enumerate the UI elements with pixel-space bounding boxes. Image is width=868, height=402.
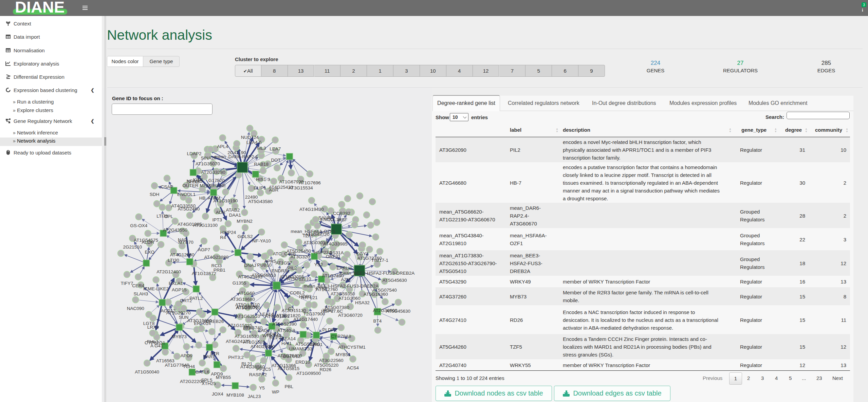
svg-text:BT4: BT4 <box>373 318 382 324</box>
svg-text:RASPA2: RASPA2 <box>249 372 267 377</box>
svg-text:WP: WP <box>272 389 279 395</box>
svg-text:JAL23: JAL23 <box>248 394 261 399</box>
svg-text:RAB18: RAB18 <box>254 162 269 167</box>
svg-text:AT4G31351: AT4G31351 <box>265 314 290 319</box>
svg-text:ALTG5815: ALTG5815 <box>278 366 299 371</box>
svg-text:Y5: Y5 <box>259 385 265 390</box>
svg-text:AT4G33985: AT4G33985 <box>323 241 348 246</box>
svg-text:AT5G43580: AT5G43580 <box>248 199 273 204</box>
svg-text:AT5G05220: AT5G05220 <box>314 363 338 368</box>
svg-text:mean_BEE3-HSFA2-FUS3-DREB2A: mean_BEE3-HSFA2-FUS3-DREB2A <box>340 271 415 276</box>
svg-text:AGP7: AGP7 <box>198 247 210 252</box>
svg-text:AGP12: AGP12 <box>161 308 176 313</box>
svg-text:ATRM: ATRM <box>208 196 220 201</box>
svg-text:LRX3: LRX3 <box>147 325 159 330</box>
svg-text:TIM17-1: TIM17-1 <box>371 258 388 263</box>
svg-text:G1355: G1355 <box>233 280 246 286</box>
svg-text:ADR: ADR <box>216 210 226 215</box>
svg-text:AT2G22200: AT2G22200 <box>180 379 204 384</box>
svg-text:RD26: RD26 <box>319 367 331 372</box>
svg-text:AT4G01985: AT4G01985 <box>178 222 202 227</box>
svg-text:AT4G23880: AT4G23880 <box>204 255 228 260</box>
svg-text:PRB1: PRB1 <box>214 268 225 273</box>
svg-text:EXLA1: EXLA1 <box>169 281 183 286</box>
svg-text:AT1G57: AT1G57 <box>276 260 292 266</box>
svg-text:GATL6: GATL6 <box>195 369 209 374</box>
svg-text:AT4G38560: AT4G38560 <box>240 364 265 369</box>
svg-text:LEA7: LEA7 <box>270 146 281 151</box>
svg-text:SUN: SUN <box>179 315 189 320</box>
svg-text:AT3G19680: AT3G19680 <box>187 318 212 323</box>
svg-text:PIL2: PIL2 <box>288 266 297 271</box>
svg-text:AT5G16360: AT5G16360 <box>364 292 388 297</box>
svg-text:HSF: HSF <box>338 217 347 222</box>
svg-text:HB: HB <box>199 196 206 201</box>
svg-text:JOX4: JOX4 <box>212 391 223 397</box>
svg-text:EXO: EXO <box>145 250 154 255</box>
svg-text:SRG1: SRG1 <box>310 342 323 347</box>
svg-text:PHT3;2: PHT3;2 <box>228 355 244 360</box>
svg-text:NF-YA10: NF-YA10 <box>252 238 271 243</box>
svg-text:AT4G19430: AT4G19430 <box>299 207 324 212</box>
svg-text:DOT: DOT <box>271 158 281 163</box>
svg-text:CYP78A8: CYP78A8 <box>331 334 351 339</box>
svg-text:CSAP: CSAP <box>161 184 173 189</box>
svg-text:DAA1: DAA1 <box>229 213 241 218</box>
svg-text:AT1G77640: AT1G77640 <box>165 363 189 368</box>
svg-text:PHI-1: PHI-1 <box>147 339 159 344</box>
svg-text:AT5G55710: AT5G55710 <box>236 305 260 310</box>
svg-text:AT1G60: AT1G60 <box>238 291 255 296</box>
svg-text:HSA32: HSA32 <box>355 300 370 305</box>
svg-text:LDAP2: LDAP2 <box>187 151 202 156</box>
svg-text:2G21510: 2G21510 <box>123 244 142 250</box>
svg-text:AT2G33280: AT2G33280 <box>201 170 225 175</box>
svg-text:AT5G52390: AT5G52390 <box>272 322 297 327</box>
svg-text:AZI3: AZI3 <box>341 277 351 282</box>
svg-text:AT1G35070: AT1G35070 <box>196 161 220 166</box>
svg-text:AT4G33550: AT4G33550 <box>171 203 196 208</box>
svg-text:APD9: APD9 <box>211 371 223 377</box>
svg-text:AT1G09500: AT1G09500 <box>296 371 321 376</box>
svg-text:ELIP1: ELIP1 <box>254 185 266 190</box>
svg-text:ERD10: ERD10 <box>295 360 310 365</box>
svg-text:AT1G54575: AT1G54575 <box>134 238 158 243</box>
svg-text:AT1G17440: AT1G17440 <box>293 317 318 322</box>
svg-text:AT5G12110: AT5G12110 <box>287 276 311 281</box>
svg-text:TIFY7: TIFY7 <box>121 281 133 286</box>
svg-text:AT1G67920: AT1G67920 <box>279 179 303 184</box>
svg-text:2G41190: 2G41190 <box>227 150 246 155</box>
svg-text:IPT3: IPT3 <box>212 217 222 222</box>
svg-text:AT4G12580: AT4G12580 <box>170 252 195 257</box>
svg-text:RS31A: RS31A <box>329 250 344 255</box>
svg-text:XTH25: XTH25 <box>202 381 216 386</box>
svg-text:PBL: PBL <box>284 384 293 389</box>
svg-text:LTI78: LTI78 <box>156 214 168 219</box>
svg-text:HAI1: HAI1 <box>281 341 292 346</box>
svg-text:AT2G12400: AT2G12400 <box>156 269 181 274</box>
svg-text:HOP3: HOP3 <box>299 294 312 299</box>
svg-text:ICME-LIKE2: ICME-LIKE2 <box>143 286 169 291</box>
svg-text:LEA4-5: LEA4-5 <box>246 140 262 145</box>
svg-text:AT1G50040: AT1G50040 <box>135 369 159 374</box>
svg-text:22490: 22490 <box>245 195 258 200</box>
svg-text:ENDR3L: ENDR3L <box>272 268 290 273</box>
svg-text:AT1G3060: AT1G3060 <box>338 296 360 301</box>
svg-text:mean_BEE3-HSFA2-FUS3-DREB2A: mean_BEE3-HSFA2-FUS3-DREB2A <box>304 284 379 289</box>
svg-text:UMAMIT33: UMAMIT33 <box>289 346 312 351</box>
svg-text:NAC090: NAC090 <box>127 306 144 311</box>
svg-text:APR5: APR5 <box>264 259 276 264</box>
svg-text:AT2G43550: AT2G43550 <box>163 227 187 233</box>
svg-text:AT5G25450: AT5G25450 <box>287 249 311 254</box>
svg-text:AT1G62510: AT1G62510 <box>236 314 260 319</box>
svg-text:LTP4: LTP4 <box>243 326 254 331</box>
svg-text:GOLS2: GOLS2 <box>238 234 253 239</box>
svg-text:ENODL1: ENODL1 <box>177 192 196 197</box>
svg-text:APD9: APD9 <box>181 353 192 358</box>
svg-text:AT4G25433: AT4G25433 <box>269 185 293 190</box>
svg-text:GS-OX4: GS-OX4 <box>130 223 148 228</box>
svg-text:MYB73: MYB73 <box>172 334 187 339</box>
svg-text:ATAB2: ATAB2 <box>226 207 240 213</box>
svg-text:MYB70: MYB70 <box>179 240 193 245</box>
svg-text:ATS40-3: ATS40-3 <box>277 328 295 333</box>
svg-text:CCB382: CCB382 <box>333 211 350 216</box>
